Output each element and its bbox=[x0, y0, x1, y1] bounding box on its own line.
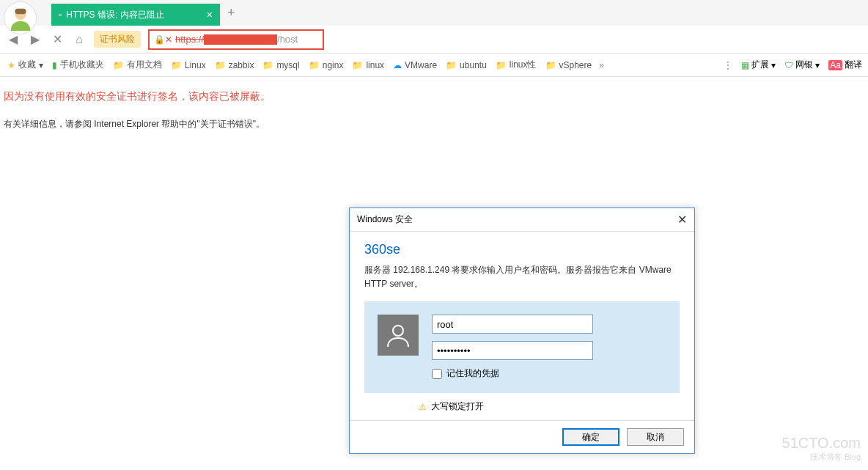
forward-button[interactable]: ▶ bbox=[28, 32, 43, 47]
new-tab-button[interactable]: + bbox=[227, 5, 235, 21]
page-icon: ▫ bbox=[59, 10, 62, 20]
svg-rect-1 bbox=[15, 8, 26, 14]
dialog-close-button[interactable]: ✕ bbox=[677, 213, 687, 227]
remember-checkbox[interactable] bbox=[432, 369, 442, 379]
extensions-button[interactable]: ▦扩展▾ bbox=[741, 59, 776, 71]
chevron-down-icon: ▾ bbox=[815, 60, 820, 70]
bookmark-bar: ★收藏▾ ▮手机收藏夹 📁有用文档 📁Linux 📁zabbix 📁mysql … bbox=[0, 54, 868, 77]
credentials-box: 记住我的凭据 bbox=[364, 301, 680, 393]
bookmark-folder[interactable]: 📁mysql bbox=[261, 60, 301, 70]
favorites-button[interactable]: ★收藏▾ bbox=[6, 59, 45, 71]
bookmark-folder[interactable]: 📁vSphere bbox=[544, 60, 594, 70]
star-icon: ★ bbox=[7, 60, 15, 70]
caps-lock-warning: ⚠ 大写锁定打开 bbox=[419, 400, 680, 413]
dialog-app-name: 360se bbox=[364, 242, 680, 257]
toolbar: ◀ ▶ ✕ ⌂ 证书风险 🔒✕ https:// /host bbox=[0, 26, 868, 54]
puzzle-icon: ▦ bbox=[741, 60, 749, 70]
home-button[interactable]: ⌂ bbox=[72, 32, 87, 47]
folder-icon: 📁 bbox=[352, 60, 363, 70]
dialog-title: Windows 安全 bbox=[357, 213, 677, 226]
bookmark-vmware[interactable]: ☁VMware bbox=[391, 60, 438, 70]
cert-warning-badge[interactable]: 证书风险 bbox=[94, 31, 141, 48]
vmware-icon: ☁ bbox=[393, 60, 402, 70]
shield-icon: 🛡 bbox=[784, 60, 793, 70]
username-input[interactable] bbox=[432, 315, 593, 334]
chevron-down-icon: ▾ bbox=[39, 60, 43, 70]
translate-icon: Aa bbox=[828, 60, 842, 70]
warning-icon: ⚠ bbox=[419, 402, 427, 412]
folder-icon: 📁 bbox=[446, 60, 457, 70]
bookmark-folder[interactable]: 📁linux性 bbox=[494, 59, 538, 71]
folder-icon: 📁 bbox=[113, 60, 124, 70]
folder-icon: 📁 bbox=[262, 60, 273, 70]
tab-title: HTTPS 错误: 内容已阻止 bbox=[66, 9, 201, 21]
bookmark-folder[interactable]: 📁nginx bbox=[307, 60, 345, 70]
ok-button[interactable]: 确定 bbox=[562, 428, 619, 446]
error-title: 因为没有使用有效的安全证书进行签名，该内容已被屏蔽。 bbox=[4, 90, 864, 103]
bookmark-folder[interactable]: 📁Linux bbox=[169, 60, 207, 70]
bookmark-overflow[interactable]: » bbox=[599, 60, 604, 70]
bookmark-folder[interactable]: 📁有用文档 bbox=[111, 59, 163, 71]
bookmark-folder[interactable]: 📁ubuntu bbox=[444, 60, 488, 70]
dialog-body: 360se 服务器 192.168.1.249 将要求你输入用户名和密码。服务器… bbox=[350, 232, 694, 420]
auth-dialog: Windows 安全 ✕ 360se 服务器 192.168.1.249 将要求… bbox=[349, 208, 695, 454]
url-scheme: https:// bbox=[175, 34, 204, 45]
tab-bar: ▫ HTTPS 错误: 内容已阻止 × + bbox=[0, 0, 868, 26]
watermark: 51CTO.com 技术博客 Blog bbox=[782, 435, 861, 463]
translate-button[interactable]: Aa翻译 bbox=[828, 59, 862, 71]
tools-menu-icon[interactable]: ⋮ bbox=[724, 60, 732, 70]
svg-point-2 bbox=[393, 326, 403, 336]
url-bar[interactable]: 🔒✕ https:// /host bbox=[148, 29, 324, 50]
password-input[interactable] bbox=[432, 341, 593, 360]
folder-icon: 📁 bbox=[309, 60, 320, 70]
url-path: /host bbox=[277, 34, 298, 45]
stop-button[interactable]: ✕ bbox=[50, 32, 65, 47]
netbank-button[interactable]: 🛡网银▾ bbox=[784, 59, 820, 71]
bookmark-folder[interactable]: 📁linux bbox=[350, 60, 386, 70]
credential-fields: 记住我的凭据 bbox=[432, 315, 666, 380]
mobile-favorites[interactable]: ▮手机收藏夹 bbox=[51, 59, 106, 71]
phone-icon: ▮ bbox=[52, 60, 57, 70]
browser-tab[interactable]: ▫ HTTPS 错误: 内容已阻止 × bbox=[51, 4, 220, 26]
folder-icon: 📁 bbox=[545, 60, 556, 70]
cancel-button[interactable]: 取消 bbox=[627, 428, 684, 446]
user-icon bbox=[378, 315, 419, 356]
folder-icon: 📁 bbox=[215, 60, 226, 70]
close-tab-button[interactable]: × bbox=[207, 9, 213, 21]
remember-checkbox-label[interactable]: 记住我的凭据 bbox=[432, 367, 666, 380]
user-avatar[interactable] bbox=[4, 1, 37, 34]
folder-icon: 📁 bbox=[496, 60, 507, 70]
url-host-redacted bbox=[204, 34, 277, 45]
dialog-footer: 确定 取消 bbox=[350, 420, 694, 453]
error-text: 有关详细信息，请参阅 Internet Explorer 帮助中的"关于证书错误… bbox=[4, 118, 864, 131]
bookmark-folder[interactable]: 📁zabbix bbox=[213, 60, 256, 70]
insecure-lock-icon: 🔒✕ bbox=[154, 34, 172, 45]
chevron-down-icon: ▾ bbox=[771, 60, 776, 70]
page-content: 因为没有使用有效的安全证书进行签名，该内容已被屏蔽。 有关详细信息，请参阅 In… bbox=[0, 77, 868, 144]
dialog-titlebar: Windows 安全 ✕ bbox=[350, 208, 694, 232]
right-tools: ⋮ ▦扩展▾ 🛡网银▾ Aa翻译 bbox=[724, 59, 862, 71]
folder-icon: 📁 bbox=[171, 60, 182, 70]
dialog-message: 服务器 192.168.1.249 将要求你输入用户名和密码。服务器报告它来自 … bbox=[364, 263, 680, 291]
